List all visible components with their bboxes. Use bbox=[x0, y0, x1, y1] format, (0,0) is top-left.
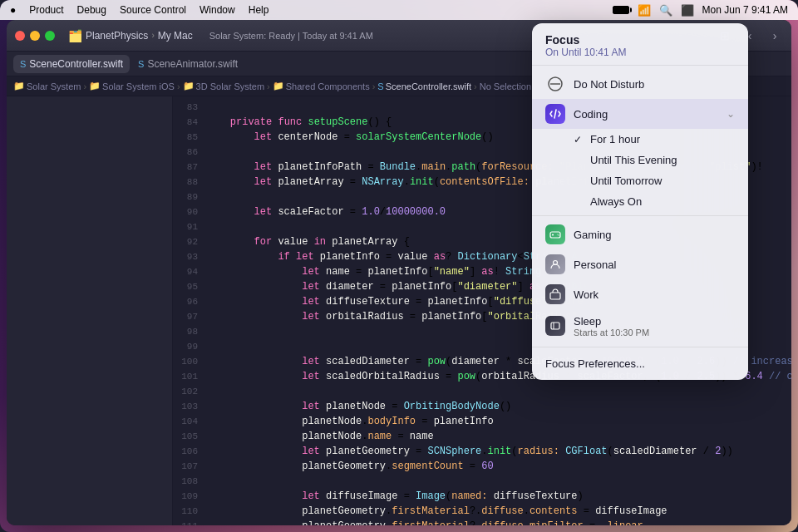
menu-item-source-control[interactable]: Source Control bbox=[120, 4, 186, 16]
minimize-button[interactable] bbox=[30, 31, 40, 41]
svg-rect-9 bbox=[550, 293, 560, 299]
mac-frame: ● Product Debug Source Control Window He… bbox=[0, 0, 798, 532]
breadcrumb-solar-system[interactable]: 📁 Solar System bbox=[13, 81, 81, 91]
coding-icon bbox=[545, 104, 565, 124]
focus-item-work[interactable]: Work bbox=[532, 279, 748, 309]
sidebar bbox=[7, 96, 173, 525]
personal-icon bbox=[545, 254, 565, 274]
swift-file-icon: S bbox=[20, 59, 26, 69]
toolbar-project: 🗂️ PlanetPhysics › My Mac bbox=[68, 29, 193, 42]
focus-subtitle: On Until 10:41 AM bbox=[545, 47, 735, 58]
focus-title: Focus bbox=[545, 33, 735, 47]
maximize-button[interactable] bbox=[45, 31, 55, 41]
submenu-label-1-hour: For 1 hour bbox=[590, 133, 640, 145]
submenu-always-on[interactable]: Always On bbox=[532, 191, 748, 212]
code-line-104: planetNode.bodyInfo = planetInfo bbox=[206, 414, 791, 429]
chevron-icon: › bbox=[151, 31, 154, 40]
tab-scene-controller[interactable]: S SceneController.swift bbox=[13, 55, 130, 73]
dnd-icon bbox=[545, 74, 565, 94]
breadcrumb-no-selection: No Selection bbox=[480, 81, 531, 91]
gaming-label: Gaming bbox=[574, 229, 735, 241]
work-icon bbox=[545, 284, 565, 304]
code-line-109: let diffuseImage = Image(named: diffuseT… bbox=[206, 489, 791, 504]
code-line-111: planetGeometry.firstMaterial?.diffuse.mi… bbox=[206, 519, 791, 525]
breadcrumb-shared-components[interactable]: 📁 Shared Components bbox=[273, 81, 370, 91]
battery-icon bbox=[613, 6, 629, 14]
svg-rect-10 bbox=[551, 323, 559, 329]
tab-scene-animator[interactable]: S SceneAnimator.swift bbox=[131, 55, 244, 73]
menubar: ● Product Debug Source Control Window He… bbox=[0, 0, 798, 20]
tab-label-scene-animator: SceneAnimator.swift bbox=[147, 58, 238, 70]
check-icon: ✓ bbox=[574, 134, 587, 145]
device-name: My Mac bbox=[158, 30, 193, 42]
focus-item-dnd[interactable]: Do Not Disturb bbox=[532, 69, 748, 99]
traffic-lights bbox=[15, 31, 55, 41]
code-line-105: planetNode.name = name bbox=[206, 429, 791, 444]
code-line-106: let planetGeometry = SCNSphere.init(radi… bbox=[206, 444, 791, 459]
gaming-icon bbox=[545, 224, 565, 244]
toolbar-status: Solar System: Ready | Today at 9:41 AM bbox=[209, 31, 373, 41]
menubar-right: 📶 🔍 ⬛ Mon Jun 7 9:41 AM bbox=[613, 4, 788, 17]
separator-2 bbox=[532, 347, 748, 347]
code-line-108 bbox=[206, 474, 791, 489]
close-button[interactable] bbox=[15, 31, 25, 41]
menubar-left: ● Product Debug Source Control Window He… bbox=[10, 4, 268, 16]
code-line-107: planetGeometry.segmentCount = 60 bbox=[206, 459, 791, 474]
swift-file-icon-2: S bbox=[138, 59, 144, 69]
screen-icon[interactable]: ⬛ bbox=[681, 4, 694, 17]
breadcrumb-solar-system-ios[interactable]: 📁 Solar System iOS bbox=[89, 81, 175, 91]
chevron-down-icon: ⌄ bbox=[727, 108, 735, 120]
dnd-label: Do Not Disturb bbox=[574, 78, 735, 91]
submenu-until-evening[interactable]: Until This Evening bbox=[532, 150, 748, 170]
apple-menu[interactable]: ● bbox=[10, 4, 16, 16]
menu-item-help[interactable]: Help bbox=[249, 4, 269, 16]
nav-forward-icon[interactable]: › bbox=[766, 27, 783, 44]
sleep-subtitle: Starts at 10:30 PM bbox=[574, 328, 649, 337]
svg-point-7 bbox=[559, 234, 559, 235]
focus-header: Focus On Until 10:41 AM bbox=[532, 23, 748, 66]
focus-item-sleep[interactable]: Sleep Starts at 10:30 PM bbox=[532, 309, 748, 343]
focus-submenu: ✓ For 1 hour Until This Evening Until To… bbox=[532, 129, 748, 212]
sleep-icon bbox=[545, 316, 565, 336]
svg-line-2 bbox=[554, 110, 556, 118]
search-icon[interactable]: 🔍 bbox=[659, 4, 672, 17]
breadcrumb-3d-solar-system[interactable]: 📁 3D Solar System bbox=[183, 81, 265, 91]
line-numbers: 83 84 85 86 87 88 89 90 91 92 93 94 95 9… bbox=[173, 100, 206, 525]
focus-item-gaming[interactable]: Gaming bbox=[532, 219, 748, 249]
focus-item-coding[interactable]: Coding ⌄ bbox=[532, 99, 748, 129]
project-name: PlanetPhysics bbox=[86, 30, 148, 42]
submenu-label-until-tomorrow: Until Tomorrow bbox=[590, 175, 662, 187]
menu-item-window[interactable]: Window bbox=[200, 4, 235, 16]
svg-point-6 bbox=[557, 234, 558, 234]
focus-item-personal[interactable]: Personal bbox=[532, 249, 748, 279]
sleep-info: Sleep Starts at 10:30 PM bbox=[574, 315, 649, 337]
menu-item-product[interactable]: Product bbox=[29, 4, 63, 16]
code-line-110: planetGeometry.firstMaterial?.diffuse.co… bbox=[206, 504, 791, 519]
submenu-label-until-evening: Until This Evening bbox=[590, 154, 677, 166]
datetime-display: Mon Jun 7 9:41 AM bbox=[702, 4, 788, 16]
separator-1 bbox=[532, 215, 748, 216]
menu-item-debug[interactable]: Debug bbox=[77, 4, 106, 16]
wifi-icon: 📶 bbox=[638, 4, 651, 17]
focus-panel: Focus On Until 10:41 AM Do Not Disturb bbox=[532, 23, 748, 380]
personal-label: Personal bbox=[574, 259, 735, 271]
coding-label: Coding bbox=[574, 108, 727, 121]
tab-label-scene-controller: SceneController.swift bbox=[29, 58, 123, 70]
submenu-for-1-hour[interactable]: ✓ For 1 hour bbox=[532, 129, 748, 150]
work-label: Work bbox=[574, 288, 735, 301]
focus-preferences-button[interactable]: Focus Preferences... bbox=[532, 351, 748, 377]
sleep-label: Sleep bbox=[574, 315, 649, 328]
submenu-until-tomorrow[interactable]: Until Tomorrow bbox=[532, 170, 748, 191]
breadcrumb-scene-controller-file[interactable]: S SceneController.swift bbox=[377, 81, 471, 91]
submenu-label-always-on: Always On bbox=[590, 195, 642, 208]
code-line-103: let planetNode = OrbitingBodyNode() bbox=[206, 399, 791, 414]
code-line-102 bbox=[206, 384, 791, 399]
